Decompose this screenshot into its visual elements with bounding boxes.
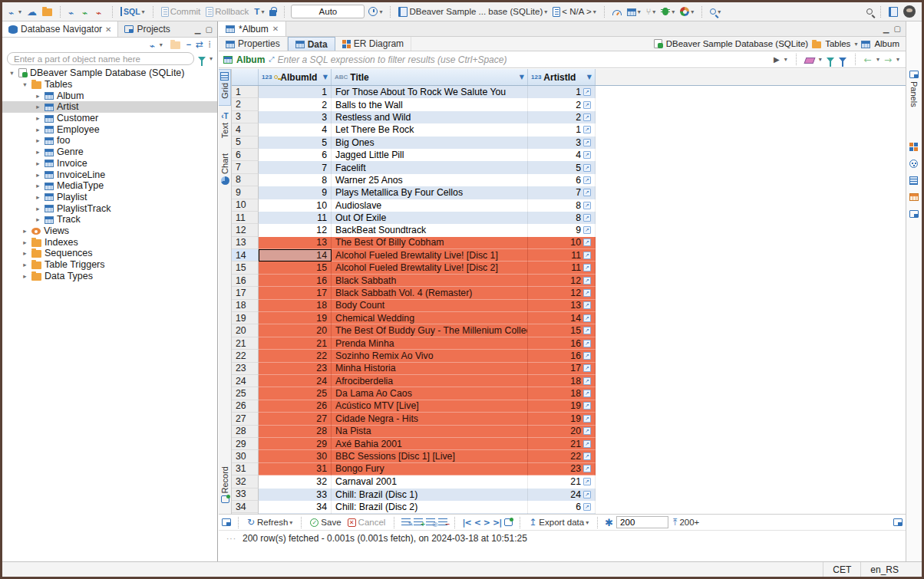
- row-number[interactable]: 12: [232, 224, 259, 236]
- cell-albumid[interactable]: 27: [259, 413, 332, 425]
- cell-title[interactable]: Chill: Brazil (Disc 2): [332, 501, 528, 513]
- row-number[interactable]: 31: [232, 463, 259, 475]
- foreign-key-link-icon[interactable]: ↗: [583, 101, 591, 109]
- clear-filter-dropdown-icon[interactable]: ▾: [819, 56, 822, 63]
- back-dropdown-icon[interactable]: ▾: [876, 56, 879, 63]
- edit-cell-icon[interactable]: ✎: [401, 518, 411, 526]
- debug-button[interactable]: ▾: [659, 6, 676, 17]
- cell-albumid[interactable]: 34: [259, 501, 332, 513]
- table-row[interactable]: 33Restless and Wild2↗: [232, 111, 906, 123]
- cell-artistid[interactable]: 18↗: [528, 375, 596, 387]
- save-button[interactable]: ✓Save: [309, 517, 342, 528]
- cell-artistid[interactable]: 21↗: [528, 475, 596, 488]
- navigator-new-folder-button[interactable]: [169, 39, 182, 50]
- cell-albumid[interactable]: 26: [259, 400, 332, 413]
- table-row[interactable]: 11For Those About To Rock We Salute You1…: [232, 86, 906, 98]
- foreign-key-link-icon[interactable]: ↗: [583, 226, 591, 234]
- next-row-button[interactable]: >: [483, 518, 490, 528]
- cell-albumid[interactable]: 6: [259, 149, 332, 161]
- presentation-tab-grid[interactable]: Grid: [219, 69, 231, 106]
- cell-title[interactable]: Chemical Wedding: [332, 312, 528, 324]
- chevron-right-icon[interactable]: ▸: [35, 171, 41, 179]
- cell-artistid[interactable]: 2↗: [528, 111, 596, 123]
- forward-icon[interactable]: →: [884, 54, 892, 65]
- cell-artistid[interactable]: 2↗: [528, 98, 596, 110]
- cell-artistid[interactable]: 21↗: [528, 438, 596, 450]
- cell-albumid[interactable]: 10: [259, 199, 332, 212]
- cell-albumid[interactable]: 33: [259, 489, 332, 501]
- cell-title[interactable]: The Best Of Buddy Guy - The Millenium Co…: [332, 324, 528, 337]
- tab-er-diagram[interactable]: ER Diagram: [335, 37, 411, 51]
- foreign-key-link-icon[interactable]: ↗: [583, 390, 591, 397]
- cell-artistid[interactable]: 7↗: [528, 186, 596, 199]
- row-number[interactable]: 15: [232, 262, 259, 274]
- cell-artistid[interactable]: 24↗: [528, 489, 596, 501]
- tab-properties[interactable]: Properties: [219, 37, 288, 51]
- duplicate-row-icon[interactable]: ◎: [426, 518, 435, 526]
- tree-item-customer[interactable]: ▸Customer: [2, 113, 217, 124]
- cell-albumid[interactable]: 25: [259, 387, 332, 400]
- connect-button[interactable]: [67, 7, 78, 17]
- tree-item-genre[interactable]: ▸Genre: [2, 146, 217, 158]
- perspective-button[interactable]: [887, 6, 899, 18]
- tree-item-data-types[interactable]: ▸Data Types: [2, 270, 217, 281]
- cell-albumid[interactable]: 32: [259, 475, 332, 488]
- cell-albumid[interactable]: 31: [259, 463, 332, 475]
- chevron-right-icon[interactable]: ▸: [35, 114, 41, 122]
- refresh-button[interactable]: ↻Refresh▾: [246, 517, 294, 528]
- row-number[interactable]: 32: [232, 475, 259, 488]
- foreign-key-link-icon[interactable]: ↗: [583, 427, 591, 435]
- fetch-next-page-button[interactable]: ⤒200+: [672, 517, 701, 528]
- cell-artistid[interactable]: 10↗: [528, 237, 596, 249]
- breadcrumb-database[interactable]: DBeaver Sample Database (SQLite): [666, 39, 808, 48]
- cell-albumid[interactable]: 16: [259, 275, 332, 287]
- filter-dropdown-icon[interactable]: ▾: [210, 55, 213, 62]
- foreign-key-link-icon[interactable]: ↗: [583, 202, 591, 209]
- toggle-panel-icon[interactable]: [222, 518, 231, 526]
- table-row[interactable]: 77Facelift5↗: [232, 161, 906, 173]
- row-number[interactable]: 4: [232, 123, 259, 136]
- cell-albumid[interactable]: 29: [259, 438, 332, 450]
- cell-albumid[interactable]: 30: [259, 450, 332, 462]
- close-editor-icon[interactable]: ✕: [272, 25, 279, 33]
- cell-albumid[interactable]: 22: [259, 350, 332, 362]
- cell-albumid[interactable]: 2: [259, 98, 332, 110]
- references-panel-icon[interactable]: [909, 210, 919, 218]
- cell-title[interactable]: Bongo Fury: [332, 463, 528, 475]
- tree-item-sequences[interactable]: ▸Sequences: [2, 248, 217, 259]
- table-row[interactable]: 1919Chemical Wedding14↗: [232, 312, 906, 324]
- cell-albumid[interactable]: 13: [259, 237, 332, 249]
- sort-dropdown-icon[interactable]: ▼: [323, 74, 328, 81]
- table-row[interactable]: 1717Black Sabbath Vol. 4 (Remaster)12↗: [232, 287, 906, 299]
- row-number[interactable]: 3: [232, 111, 259, 123]
- cell-title[interactable]: Minha Historia: [332, 363, 528, 375]
- cell-albumid[interactable]: 1: [259, 86, 332, 98]
- row-number[interactable]: 13: [232, 237, 259, 249]
- cell-title[interactable]: Sozinho Remix Ao Vivo: [332, 350, 528, 362]
- cell-title[interactable]: Axé Bahia 2001: [332, 438, 528, 450]
- goto-row-icon[interactable]: [504, 518, 513, 526]
- cell-title[interactable]: Out Of Exile: [332, 212, 528, 224]
- cell-title[interactable]: Audioslave: [332, 199, 528, 212]
- table-row[interactable]: 2222Sozinho Remix Ao Vivo16↗: [232, 350, 906, 362]
- tree-item-foo[interactable]: ▸foo: [2, 135, 217, 146]
- foreign-key-link-icon[interactable]: ↗: [583, 478, 591, 485]
- minimize-icon[interactable]: ▁: [883, 25, 889, 33]
- table-row[interactable]: 3434Chill: Brazil (Disc 2)6↗: [232, 501, 906, 513]
- cell-title[interactable]: Acústico MTV [Live]: [332, 400, 528, 413]
- cell-albumid[interactable]: 5: [259, 137, 332, 149]
- close-tab-icon[interactable]: ✕: [105, 25, 111, 34]
- sort-dropdown-icon[interactable]: ▼: [520, 74, 524, 81]
- foreign-key-link-icon[interactable]: ↗: [583, 277, 591, 285]
- collapse-all-button[interactable]: −: [186, 40, 191, 49]
- panels-tab[interactable]: Panels: [906, 71, 922, 107]
- column-header-artistid[interactable]: 123 ArtistId ▼: [528, 69, 596, 85]
- row-number[interactable]: 25: [232, 387, 259, 400]
- transaction-log-button[interactable]: T▾: [252, 6, 266, 17]
- cell-albumid[interactable]: 8: [259, 174, 332, 186]
- row-number[interactable]: 6: [232, 149, 259, 161]
- table-row[interactable]: 2323Minha Historia17↗: [232, 363, 906, 375]
- cell-title[interactable]: Alcohol Fueled Brewtality Live! [Disc 2]: [332, 262, 528, 274]
- row-number[interactable]: 28: [232, 426, 259, 438]
- calc-panel-icon[interactable]: [909, 176, 918, 185]
